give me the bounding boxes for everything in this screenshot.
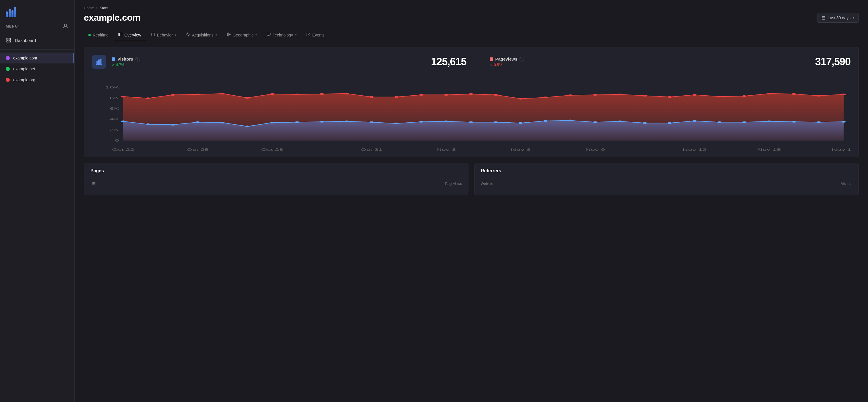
svg-point-81	[568, 119, 572, 121]
svg-rect-15	[267, 33, 270, 35]
svg-rect-20	[100, 59, 102, 65]
geographic-chevron-icon: ▾	[255, 33, 257, 36]
svg-point-67	[220, 122, 224, 123]
svg-rect-2	[9, 38, 11, 40]
referrers-col-visitors: Visitors	[841, 182, 852, 186]
svg-point-52	[593, 94, 597, 96]
svg-text:Nov 15: Nov 15	[757, 148, 781, 151]
pages-col-pageviews: Pageviews	[445, 182, 462, 186]
main-body: Visitors i ↗ 4.7% 125,615 Pageviews i	[74, 41, 868, 402]
tab-realtime[interactable]: Realtime	[84, 29, 113, 41]
tab-events[interactable]: Events	[302, 29, 329, 41]
svg-point-88	[742, 121, 746, 123]
sidebar-item-example-com[interactable]: example.com	[0, 53, 74, 63]
svg-point-78	[494, 121, 498, 123]
svg-text:Nov 9: Nov 9	[585, 148, 605, 151]
svg-point-73	[369, 121, 373, 123]
profile-icon[interactable]	[62, 23, 69, 29]
pageviews-down-arrow-icon: ↘	[490, 63, 493, 67]
svg-point-92	[842, 121, 846, 123]
svg-point-65	[171, 124, 175, 125]
pageviews-info-icon[interactable]: i	[520, 57, 524, 61]
svg-point-55	[668, 96, 672, 98]
svg-point-63	[121, 120, 125, 122]
visitors-info-icon[interactable]: i	[135, 57, 140, 61]
svg-point-91	[817, 121, 820, 123]
svg-text:Oct 25: Oct 25	[187, 148, 209, 151]
events-tab-icon	[306, 32, 310, 37]
svg-point-34	[146, 97, 150, 99]
visitors-label: Visitors	[117, 57, 133, 61]
visitors-pageviews-chart: 02K4K6K8K10K Oct 22Oct 25Oct 28Oct 31Nov…	[92, 82, 850, 152]
svg-point-87	[717, 121, 721, 123]
header-actions: ··· Last 30 days ▾	[803, 13, 859, 23]
svg-point-59	[767, 93, 771, 94]
breadcrumb-current: Stats	[100, 6, 108, 10]
visitors-metric: Visitors i ↗ 4.7%	[112, 57, 140, 67]
logo-bar-3	[11, 10, 13, 17]
svg-text:Oct 22: Oct 22	[112, 148, 134, 151]
svg-rect-11	[151, 33, 155, 36]
svg-point-85	[668, 122, 672, 124]
technology-tab-icon	[267, 32, 271, 37]
breadcrumb-separator: ›	[96, 6, 97, 10]
sidebar-item-dashboard[interactable]: Dashboard	[0, 34, 74, 47]
svg-point-68	[245, 125, 249, 127]
svg-point-90	[792, 121, 796, 123]
visitors-up-arrow-icon: ↗	[112, 63, 115, 67]
realtime-tab-label: Realtime	[93, 33, 108, 37]
svg-point-41	[320, 93, 324, 95]
technology-chevron-icon: ▾	[295, 33, 297, 36]
svg-point-80	[544, 120, 547, 122]
svg-point-83	[618, 120, 622, 122]
svg-point-76	[444, 120, 448, 122]
dashboard-icon	[6, 37, 11, 43]
logo-area	[0, 0, 74, 20]
svg-text:Nov 3: Nov 3	[436, 148, 456, 151]
calendar-icon	[822, 16, 826, 20]
svg-point-86	[692, 120, 696, 122]
logo-bar-2	[9, 9, 11, 17]
svg-point-54	[643, 95, 647, 96]
svg-rect-9	[119, 33, 122, 36]
referrers-panel-header: Referrers	[474, 163, 859, 179]
tab-behavior[interactable]: Behavior▾	[146, 29, 181, 41]
tab-acquisitions[interactable]: Acquisitions▾	[181, 29, 222, 41]
referrers-panel-content	[474, 189, 859, 195]
svg-point-46	[444, 94, 448, 96]
date-chevron-icon: ▾	[853, 16, 855, 20]
pageviews-label-row: Pageviews i	[490, 57, 524, 61]
svg-point-72	[345, 120, 349, 122]
sidebar-item-example-org[interactable]: example.org	[0, 74, 74, 85]
acquisitions-chevron-icon: ▾	[216, 33, 217, 36]
svg-point-64	[146, 123, 150, 125]
sidebar-item-example-net[interactable]: example.net	[0, 63, 74, 74]
logo-icon	[6, 7, 17, 17]
visitors-change: ↗ 4.7%	[112, 63, 140, 67]
svg-rect-18	[96, 61, 97, 65]
svg-text:Oct 31: Oct 31	[361, 148, 383, 151]
pages-panel-content	[84, 189, 468, 195]
svg-point-53	[618, 94, 622, 95]
realtime-dot	[88, 34, 91, 36]
pageviews-change-value: 0.5%	[494, 63, 503, 67]
tab-technology[interactable]: Technology▾	[262, 29, 301, 41]
svg-point-38	[245, 97, 249, 99]
date-range-button[interactable]: Last 30 days ▾	[817, 13, 859, 23]
acquisitions-tab-icon	[186, 32, 190, 37]
chart-container: 02K4K6K8K10K Oct 22Oct 25Oct 28Oct 31Nov…	[84, 76, 859, 157]
svg-point-42	[345, 93, 349, 94]
tab-overview[interactable]: Overview	[114, 29, 146, 41]
svg-point-84	[643, 122, 647, 124]
svg-point-48	[494, 94, 498, 96]
page-title: example.com	[84, 12, 141, 23]
more-options-button[interactable]: ···	[803, 13, 814, 22]
svg-point-75	[419, 121, 423, 123]
breadcrumb-home[interactable]: Home	[84, 6, 94, 10]
geographic-tab-icon	[227, 32, 231, 37]
svg-point-40	[295, 94, 299, 95]
referrers-table-header: Website Visitors	[474, 179, 859, 189]
events-tab-label: Events	[312, 33, 324, 37]
tab-geographic[interactable]: Geographic▾	[222, 29, 261, 41]
pageviews-color-dot	[490, 57, 493, 61]
